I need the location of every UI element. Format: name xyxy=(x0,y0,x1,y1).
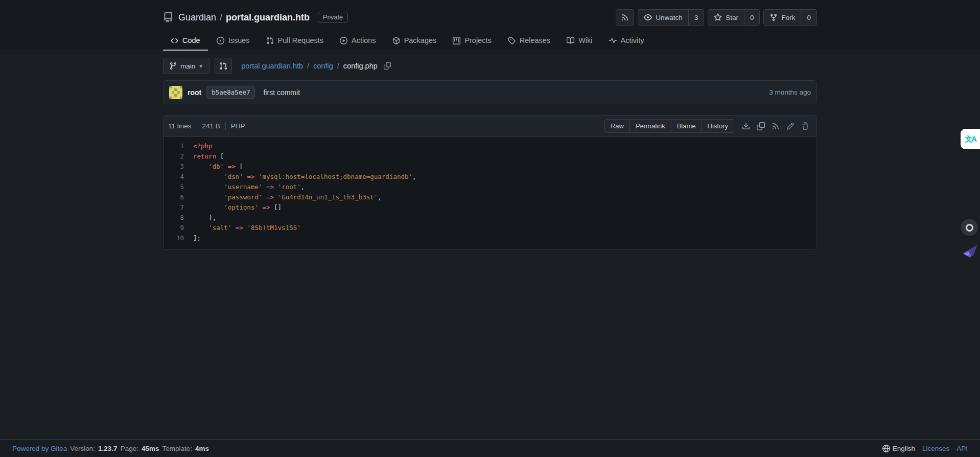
file-rss-button[interactable] xyxy=(769,120,782,133)
line-code: 'options' => [] xyxy=(193,202,282,213)
file-view-box: 11 lines 241 B PHP RawPermalinkBlameHist… xyxy=(163,115,817,250)
language-label: English xyxy=(893,445,915,452)
commit-time: 3 months ago xyxy=(769,88,811,96)
globe-icon xyxy=(882,445,890,452)
tab-releases[interactable]: Releases xyxy=(500,31,558,51)
repo-tabs: CodeIssuesPull RequestsActionsPackagesPr… xyxy=(163,31,817,51)
copy-file-content-button[interactable] xyxy=(754,120,767,133)
rss-icon xyxy=(621,13,629,21)
line-number[interactable]: 3 xyxy=(164,162,193,172)
raw-button[interactable]: Raw xyxy=(604,119,630,133)
version-value: 1.23.7 xyxy=(98,445,118,452)
copy-path-button[interactable] xyxy=(384,62,391,70)
star-label: Star xyxy=(726,14,738,21)
tab-label: Pull Requests xyxy=(278,36,323,44)
tab-label: Releases xyxy=(520,36,550,44)
line-number[interactable]: 6 xyxy=(164,192,193,202)
line-number[interactable]: 2 xyxy=(164,151,193,162)
repo-header: Guardian / portal.guardian.htb Private U… xyxy=(0,0,980,51)
main-content: main ▼ portal.guardian.htb/config/config… xyxy=(163,51,817,250)
tab-issues[interactable]: Issues xyxy=(209,31,258,51)
rss-button[interactable] xyxy=(616,9,634,26)
powered-by-link[interactable]: Powered by Gitea xyxy=(12,445,67,452)
avatar[interactable] xyxy=(169,86,182,99)
tab-projects[interactable]: Projects xyxy=(445,31,499,51)
line-number[interactable]: 1 xyxy=(164,141,193,151)
play-icon xyxy=(340,37,347,44)
code-line: 9 'salt' => '8Sb)tM1vs1SS' xyxy=(164,223,816,233)
fork-button[interactable]: Fork 0 xyxy=(763,9,817,26)
licenses-link[interactable]: Licenses xyxy=(922,445,949,452)
permalink-button[interactable]: Permalink xyxy=(629,119,671,133)
translate-extension-button[interactable]: 文A xyxy=(961,129,980,149)
code-line: 3 'db' => [ xyxy=(164,162,816,172)
code-lines: 1<?php2return [3 'db' => [4 'dsn' => 'my… xyxy=(164,141,816,243)
breadcrumb-link[interactable]: config xyxy=(313,62,333,70)
breadcrumb: portal.guardian.htb/config/config.php xyxy=(241,62,378,70)
translate-extension-icon: 文A xyxy=(965,134,976,144)
download-file-button[interactable] xyxy=(739,120,753,133)
blame-button[interactable]: Blame xyxy=(671,119,702,133)
history-button[interactable]: History xyxy=(702,119,734,133)
code-line: 1<?php xyxy=(164,141,816,151)
code-line: 2return [ xyxy=(164,151,816,162)
stars-count[interactable]: 0 xyxy=(744,10,754,25)
language-selector[interactable]: English xyxy=(882,445,915,452)
divider xyxy=(225,122,226,130)
breadcrumb-separator: / xyxy=(337,62,339,70)
tab-activity[interactable]: Activity xyxy=(601,31,652,51)
commit-message[interactable]: first commit xyxy=(263,88,300,97)
forks-count[interactable]: 0 xyxy=(801,10,811,25)
commit-author[interactable]: root xyxy=(188,88,201,97)
bird-extension-button[interactable] xyxy=(962,242,979,260)
footer: Powered by Gitea Version: 1.23.7 Page: 4… xyxy=(0,439,980,457)
star-button[interactable]: Star 0 xyxy=(708,9,760,26)
tab-label: Code xyxy=(182,36,200,44)
tab-label: Actions xyxy=(352,36,376,44)
tab-code[interactable]: Code xyxy=(163,31,208,51)
tab-label: Wiki xyxy=(578,36,592,44)
branch-selector[interactable]: main ▼ xyxy=(163,58,209,74)
line-code: return [ xyxy=(193,151,224,162)
screenshot-extension-button[interactable] xyxy=(961,219,978,236)
repo-name-link[interactable]: portal.guardian.htb xyxy=(226,12,310,23)
api-link[interactable]: API xyxy=(956,445,968,452)
tab-actions[interactable]: Actions xyxy=(332,31,384,51)
copy-icon xyxy=(757,122,765,130)
delete-file-button[interactable] xyxy=(799,120,812,133)
breadcrumb-link[interactable]: portal.guardian.htb xyxy=(241,62,303,70)
breadcrumb-separator: / xyxy=(307,62,309,70)
package-icon xyxy=(392,37,400,44)
edit-file-button[interactable] xyxy=(784,120,797,133)
line-number[interactable]: 4 xyxy=(164,172,193,182)
file-lines-info: 11 lines xyxy=(168,122,192,130)
line-number[interactable]: 8 xyxy=(164,213,193,223)
rss-icon xyxy=(772,122,780,130)
commit-hash-badge[interactable]: b5ae8a5ee7 xyxy=(206,86,255,99)
repo-icon xyxy=(163,12,173,22)
tag-icon xyxy=(508,37,516,44)
compare-button[interactable] xyxy=(215,58,232,74)
line-number[interactable]: 7 xyxy=(164,202,193,213)
pencil-icon xyxy=(786,122,795,130)
tab-pull-requests[interactable]: Pull Requests xyxy=(259,31,331,51)
line-code: <?php xyxy=(193,141,213,151)
latest-commit-box: root b5ae8a5ee7 first commit 3 months ag… xyxy=(163,80,817,104)
tab-label: Issues xyxy=(228,36,250,44)
line-code: ], xyxy=(193,213,216,223)
line-number[interactable]: 5 xyxy=(164,182,193,192)
tab-packages[interactable]: Packages xyxy=(385,31,445,51)
line-number[interactable]: 9 xyxy=(164,223,193,233)
repo-owner-link[interactable]: Guardian xyxy=(178,12,216,23)
tab-wiki[interactable]: Wiki xyxy=(559,31,600,51)
download-icon xyxy=(742,122,750,130)
page-time-value: 45ms xyxy=(142,445,159,452)
line-number[interactable]: 10 xyxy=(164,233,193,243)
code-line: 7 'options' => [] xyxy=(164,202,816,213)
git-pull-request-icon xyxy=(266,37,274,44)
watchers-count[interactable]: 3 xyxy=(688,10,698,25)
tab-label: Projects xyxy=(464,36,491,44)
code-line: 4 'dsn' => 'mysql:host=localhost;dbname=… xyxy=(164,172,816,182)
unwatch-button[interactable]: Unwatch 3 xyxy=(638,9,704,26)
page-time-label: Page: xyxy=(121,445,138,452)
